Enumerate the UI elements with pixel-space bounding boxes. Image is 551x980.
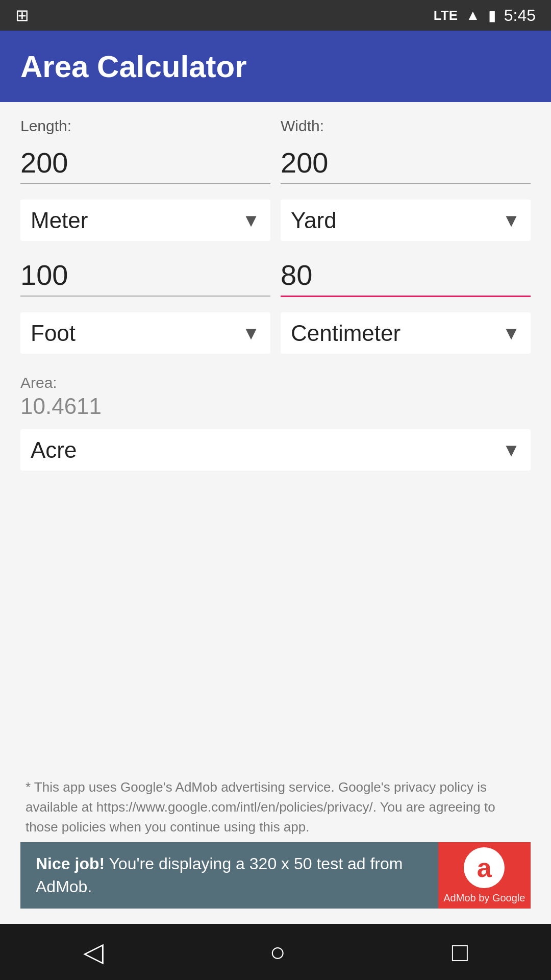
area-label: Area: (20, 374, 531, 391)
width2-unit-dropdown-wrapper: Centimeter Meter Kilometer Millimeter Fo… (281, 312, 531, 354)
area-unit-select[interactable]: Acre Square Meter Square Kilometer Squar… (20, 429, 531, 471)
admob-logo-letter: a (477, 854, 492, 881)
length-unit-dropdown-wrapper: Meter Kilometer Centimeter Millimeter Fo… (20, 200, 270, 241)
width2-unit-select[interactable]: Centimeter Meter Kilometer Millimeter Fo… (281, 312, 531, 354)
labels-row: Length: Width: (20, 117, 531, 139)
width-input[interactable] (281, 144, 531, 184)
content-spacer (20, 481, 531, 767)
length2-input[interactable] (20, 256, 270, 297)
ad-nicejob: Nice job! (36, 854, 105, 873)
battery-icon: ▮ (488, 7, 496, 24)
width-label: Width: (281, 117, 531, 135)
app-icon: ⊞ (15, 6, 29, 24)
width2-unit-col: Centimeter Meter Kilometer Millimeter Fo… (281, 302, 531, 364)
admob-logo-area: a AdMob by Google (438, 842, 531, 909)
length2-input-col (20, 256, 270, 297)
app-bar: Area Calculator (0, 31, 551, 102)
width2-input[interactable] (281, 256, 531, 297)
app-title: Area Calculator (20, 49, 247, 84)
recents-icon[interactable]: □ (452, 937, 468, 967)
length-unit-col: Meter Kilometer Centimeter Millimeter Fo… (20, 189, 270, 251)
admob-notice: * This app uses Google's AdMob advertisi… (20, 767, 531, 842)
admob-logo-caption: AdMob by Google (443, 892, 525, 904)
width-unit-select[interactable]: Yard Meter Kilometer Centimeter Millimet… (281, 200, 531, 241)
length2-unit-select[interactable]: Foot Meter Kilometer Centimeter Millimet… (20, 312, 270, 354)
back-icon[interactable]: ◁ (83, 937, 104, 967)
main-content: Length: Width: Meter Kilometer Centimete… (0, 102, 551, 924)
length-unit-select[interactable]: Meter Kilometer Centimeter Millimeter Fo… (20, 200, 270, 241)
width-unit-col: Yard Meter Kilometer Centimeter Millimet… (281, 189, 531, 251)
row1-values (20, 144, 531, 184)
width2-input-col (281, 256, 531, 297)
ad-banner[interactable]: Nice job! You're displaying a 320 x 50 t… (20, 842, 531, 909)
length2-unit-col: Foot Meter Kilometer Centimeter Millimet… (20, 302, 270, 364)
row1-dropdowns: Meter Kilometer Centimeter Millimeter Fo… (20, 189, 531, 251)
length2-unit-dropdown-wrapper: Foot Meter Kilometer Centimeter Millimet… (20, 312, 270, 354)
lte-indicator: LTE (434, 8, 458, 23)
signal-icon: ▲ (466, 7, 480, 23)
ad-text: Nice job! You're displaying a 320 x 50 t… (20, 842, 438, 909)
status-bar: ⊞ LTE ▲ ▮ 5:45 (0, 0, 551, 31)
admob-logo-circle: a (464, 847, 505, 888)
length-col: Length: (20, 117, 270, 139)
length-label: Length: (20, 117, 270, 135)
length-input-col (20, 144, 270, 184)
area-unit-dropdown-wrapper: Acre Square Meter Square Kilometer Squar… (20, 429, 531, 471)
row2-dropdowns: Foot Meter Kilometer Centimeter Millimet… (20, 302, 531, 364)
home-icon[interactable]: ○ (270, 937, 286, 967)
width-input-col (281, 144, 531, 184)
area-value: 10.4611 (20, 394, 531, 419)
width-unit-dropdown-wrapper: Yard Meter Kilometer Centimeter Millimet… (281, 200, 531, 241)
row2-values (20, 256, 531, 297)
length-input[interactable] (20, 144, 270, 184)
nav-bar: ◁ ○ □ (0, 924, 551, 980)
area-section: Area: 10.4611 Acre Square Meter Square K… (20, 374, 531, 481)
width-col: Width: (281, 117, 531, 139)
status-time: 5:45 (504, 6, 536, 25)
